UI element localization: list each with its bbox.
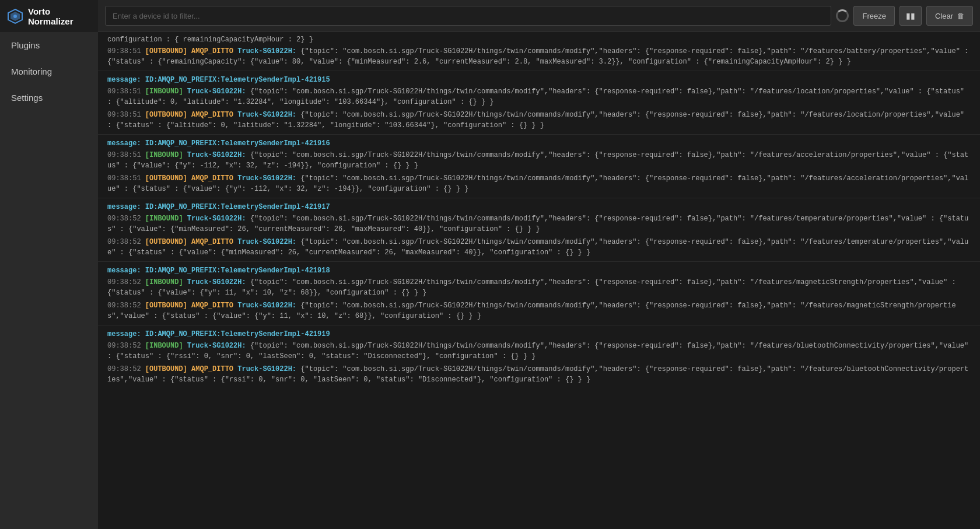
log-entry: 09:38:51 [OUTBOUND] AMQP_DITTO Truck-SG1…	[98, 45, 980, 68]
logo-icon	[7, 8, 23, 24]
log-message-header: message: ID:AMQP_NO_PREFIX:TelemetrySend…	[98, 261, 980, 276]
log-message-header: message: ID:AMQP_NO_PREFIX:TelemetrySend…	[98, 325, 980, 339]
freeze-button[interactable]: Freeze	[853, 6, 894, 26]
log-entry: 09:38:52 [OUTBOUND] AMQP_DITTO Truck-SG1…	[98, 299, 980, 323]
trash-icon: 🗑	[957, 12, 964, 20]
log-entry: 09:38:52 [INBOUND] Truck-SG1022H: {"topi…	[98, 339, 980, 363]
log-entry: 09:38:52 [INBOUND] Truck-SG1022H: {"topi…	[98, 212, 980, 236]
pause-icon: ▮▮	[906, 11, 915, 20]
log-entry: 09:38:51 [OUTBOUND] AMQP_DITTO Truck-SG1…	[98, 108, 980, 132]
main-content: Freeze ▮▮ Clear 🗑 configuration : { rema…	[98, 0, 980, 529]
log-truncated-top: configuration : { remainingCapacityAmpHo…	[98, 34, 980, 45]
log-message-header: message: ID:AMQP_NO_PREFIX:TelemetrySend…	[98, 198, 980, 212]
app-title: Vorto Normalizer	[28, 6, 91, 26]
sidebar-item-plugins[interactable]: Plugins	[0, 32, 98, 58]
log-entry: 09:38:51 [INBOUND] Truck-SG1022H: {"topi…	[98, 85, 980, 108]
device-filter-input[interactable]	[105, 6, 831, 26]
log-entry: 09:38:52 [OUTBOUND] AMQP_DITTO Truck-SG1…	[98, 236, 980, 259]
sidebar-item-monitoring[interactable]: Monitoring	[0, 58, 98, 85]
sidebar-nav: Plugins Monitoring Settings	[0, 32, 98, 111]
pause-button[interactable]: ▮▮	[900, 6, 922, 26]
clear-label: Clear	[935, 12, 953, 20]
log-area[interactable]: configuration : { remainingCapacityAmpHo…	[98, 32, 980, 529]
logo-area: Vorto Normalizer	[0, 0, 98, 32]
log-message-header: message: ID:AMQP_NO_PREFIX:TelemetrySend…	[98, 71, 980, 85]
sidebar: Vorto Normalizer Plugins Monitoring Sett…	[0, 0, 98, 529]
sidebar-item-settings[interactable]: Settings	[0, 85, 98, 111]
log-entry: 09:38:52 [INBOUND] Truck-SG1022H: {"topi…	[98, 276, 980, 299]
svg-point-2	[13, 15, 17, 18]
toolbar: Freeze ▮▮ Clear 🗑	[98, 0, 980, 32]
log-message-header: message: ID:AMQP_NO_PREFIX:TelemetrySend…	[98, 134, 980, 149]
clear-button[interactable]: Clear 🗑	[926, 6, 973, 26]
log-entry: 09:38:51 [OUTBOUND] AMQP_DITTO Truck-SG1…	[98, 172, 980, 195]
loading-spinner	[836, 9, 849, 22]
log-entry: 09:38:52 [OUTBOUND] AMQP_DITTO Truck-SG1…	[98, 363, 980, 386]
log-entry: 09:38:51 [INBOUND] Truck-SG1022H: {"topi…	[98, 149, 980, 172]
